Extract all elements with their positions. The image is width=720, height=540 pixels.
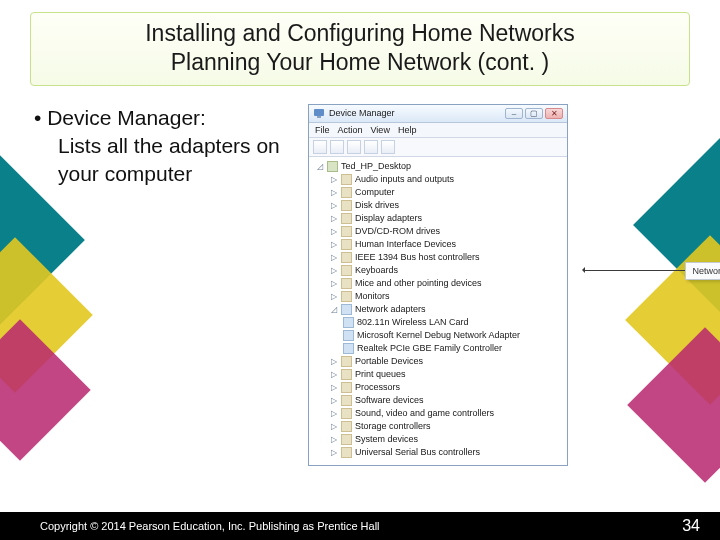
tree-category[interactable]: ▷DVD/CD-ROM drives — [313, 225, 563, 238]
expand-icon[interactable]: ▷ — [329, 422, 338, 431]
tree-category[interactable]: ▷Monitors — [313, 290, 563, 303]
tree-category[interactable]: ▷Software devices — [313, 394, 563, 407]
collapse-icon[interactable]: ◿ — [329, 305, 338, 314]
expand-icon[interactable]: ▷ — [329, 214, 338, 223]
category-icon — [341, 421, 352, 432]
slide-footer: Copyright © 2014 Pearson Education, Inc.… — [0, 512, 720, 540]
tree-category[interactable]: ▷Universal Serial Bus controllers — [313, 446, 563, 459]
device-tree: ◿ Ted_HP_Desktop ▷Audio inputs and outpu… — [309, 157, 567, 465]
copyright-text: Copyright © 2014 Pearson Education, Inc.… — [40, 520, 380, 532]
expand-icon[interactable]: ▷ — [329, 240, 338, 249]
expand-icon[interactable]: ▷ — [329, 292, 338, 301]
bullet-list: Device Manager: Lists all the adapters o… — [34, 104, 294, 466]
tree-category[interactable]: ▷Display adapters — [313, 212, 563, 225]
tree-category-network[interactable]: ◿Network adapters — [313, 303, 563, 316]
expand-icon[interactable]: ▷ — [329, 253, 338, 262]
category-label: System devices — [355, 434, 418, 444]
tree-category[interactable]: ▷Computer — [313, 186, 563, 199]
bullet-lead: Device Manager: — [47, 106, 206, 129]
expand-icon[interactable]: ▷ — [329, 227, 338, 236]
category-icon — [341, 369, 352, 380]
tree-category[interactable]: ▷Print queues — [313, 368, 563, 381]
category-icon — [341, 382, 352, 393]
category-icon — [341, 278, 352, 289]
category-icon — [341, 434, 352, 445]
tree-root[interactable]: ◿ Ted_HP_Desktop — [313, 160, 563, 173]
category-label: Keyboards — [355, 265, 398, 275]
menu-file[interactable]: File — [315, 125, 330, 135]
category-label: Sound, video and game controllers — [355, 408, 494, 418]
slide-title-line2: Planning Your Home Network (cont. ) — [41, 48, 679, 77]
expand-icon[interactable]: ▷ — [329, 279, 338, 288]
maximize-button[interactable]: ▢ — [525, 108, 543, 119]
tree-category[interactable]: ▷Keyboards — [313, 264, 563, 277]
menu-help[interactable]: Help — [398, 125, 417, 135]
tree-device[interactable]: 802.11n Wireless LAN Card — [313, 316, 563, 329]
toolbar-button[interactable] — [347, 140, 361, 154]
menu-action[interactable]: Action — [338, 125, 363, 135]
category-label: Computer — [355, 187, 395, 197]
tree-device[interactable]: Realtek PCIe GBE Family Controller — [313, 342, 563, 355]
category-label: Universal Serial Bus controllers — [355, 447, 480, 457]
expand-icon[interactable]: ▷ — [329, 188, 338, 197]
category-icon — [341, 356, 352, 367]
device-manager-window: Device Manager – ▢ ✕ File Action View He… — [308, 104, 568, 466]
category-icon — [341, 265, 352, 276]
tree-category[interactable]: ▷Storage controllers — [313, 420, 563, 433]
category-label: Monitors — [355, 291, 390, 301]
device-label: Realtek PCIe GBE Family Controller — [357, 343, 502, 353]
tree-category[interactable]: ▷Human Interface Devices — [313, 238, 563, 251]
network-icon — [341, 304, 352, 315]
bullet-item: Device Manager: Lists all the adapters o… — [34, 104, 294, 189]
computer-icon — [327, 161, 338, 172]
category-icon — [341, 252, 352, 263]
expand-icon[interactable]: ▷ — [329, 357, 338, 366]
expand-icon[interactable]: ▷ — [329, 370, 338, 379]
svg-rect-0 — [314, 109, 324, 116]
category-icon — [341, 187, 352, 198]
tree-category[interactable]: ▷System devices — [313, 433, 563, 446]
category-label: Software devices — [355, 395, 424, 405]
screenshot-region: Device Manager – ▢ ✕ File Action View He… — [308, 104, 690, 466]
expand-icon[interactable]: ▷ — [329, 201, 338, 210]
menu-view[interactable]: View — [371, 125, 390, 135]
category-icon — [341, 200, 352, 211]
window-title: Device Manager — [329, 108, 505, 118]
tree-device[interactable]: Microsoft Kernel Debug Network Adapter — [313, 329, 563, 342]
category-icon — [341, 213, 352, 224]
category-label: IEEE 1394 Bus host controllers — [355, 252, 480, 262]
toolbar-button[interactable] — [330, 140, 344, 154]
tree-category[interactable]: ▷Audio inputs and outputs — [313, 173, 563, 186]
callout: Network adapters — [583, 262, 720, 280]
close-button[interactable]: ✕ — [545, 108, 563, 119]
expand-icon[interactable]: ▷ — [329, 409, 338, 418]
category-icon — [341, 174, 352, 185]
callout-arrow — [583, 270, 685, 271]
svg-rect-1 — [317, 116, 321, 118]
device-label: 802.11n Wireless LAN Card — [357, 317, 469, 327]
toolbar-button[interactable] — [313, 140, 327, 154]
toolbar-button[interactable] — [364, 140, 378, 154]
tree-category[interactable]: ▷Portable Devices — [313, 355, 563, 368]
toolbar-button[interactable] — [381, 140, 395, 154]
expand-icon[interactable]: ▷ — [329, 435, 338, 444]
tree-category[interactable]: ▷Disk drives — [313, 199, 563, 212]
category-label: Processors — [355, 382, 400, 392]
expand-icon[interactable]: ▷ — [329, 266, 338, 275]
category-label: Human Interface Devices — [355, 239, 456, 249]
tree-category[interactable]: ▷IEEE 1394 Bus host controllers — [313, 251, 563, 264]
tree-category[interactable]: ▷Sound, video and game controllers — [313, 407, 563, 420]
expand-icon[interactable]: ▷ — [329, 396, 338, 405]
minimize-button[interactable]: – — [505, 108, 523, 119]
tree-category[interactable]: ▷Processors — [313, 381, 563, 394]
category-label: Disk drives — [355, 200, 399, 210]
expand-icon[interactable]: ▷ — [329, 448, 338, 457]
collapse-icon[interactable]: ◿ — [315, 162, 324, 171]
expand-icon[interactable]: ▷ — [329, 383, 338, 392]
tree-category[interactable]: ▷Mice and other pointing devices — [313, 277, 563, 290]
expand-icon[interactable]: ▷ — [329, 175, 338, 184]
category-label: Storage controllers — [355, 421, 431, 431]
adapter-icon — [343, 317, 354, 328]
category-label: DVD/CD-ROM drives — [355, 226, 440, 236]
menu-bar: File Action View Help — [309, 123, 567, 138]
